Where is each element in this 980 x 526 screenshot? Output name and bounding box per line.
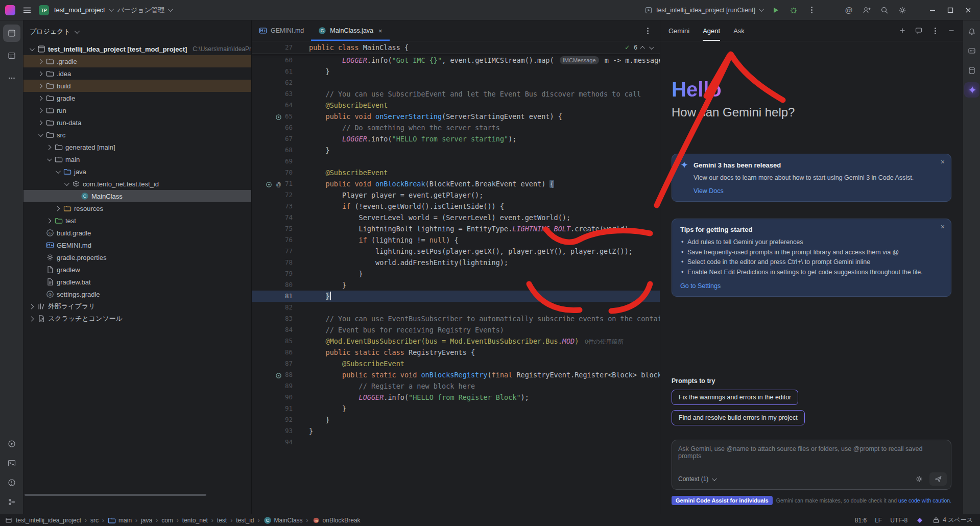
breadcrumb-item[interactable]: monBlockBreak: [312, 516, 361, 524]
search-icon[interactable]: [878, 4, 891, 17]
debug-button[interactable]: [787, 4, 800, 17]
close-tab-icon[interactable]: ×: [378, 27, 383, 35]
hide-panel-icon[interactable]: [946, 26, 957, 36]
project-selector[interactable]: test_mod_project: [54, 6, 112, 14]
settings-icon[interactable]: [896, 4, 909, 17]
chevron-right-icon[interactable]: [36, 119, 43, 126]
more-options-icon[interactable]: [930, 26, 940, 36]
gutter-icons[interactable]: @: [265, 180, 282, 188]
code-line[interactable]: 73 if (!event.getWorld().isClientSide())…: [252, 201, 660, 212]
code-line[interactable]: 80 }: [252, 279, 660, 291]
code-line[interactable]: 67 LOGGER.info("HELLO from server starti…: [252, 133, 660, 145]
maximize-icon[interactable]: [944, 4, 957, 17]
chevron-right-icon[interactable]: [36, 94, 43, 102]
code-line[interactable]: 81 }: [252, 291, 660, 302]
code-line[interactable]: 88 public static void onBlocksRegistry(f…: [252, 369, 660, 380]
chevron-down-icon[interactable]: [649, 44, 654, 50]
gemini-tool-icon[interactable]: [964, 82, 979, 98]
tree-item[interactable]: gradlew.bat: [23, 276, 251, 288]
inspections-widget[interactable]: ✓ 6: [625, 41, 653, 54]
code-line[interactable]: 77 lightning.setPos(player.getX(), playe…: [252, 246, 660, 257]
code-line[interactable]: 83 // You can use EventBusSubscriber to …: [252, 313, 660, 324]
chevron-right-icon[interactable]: [28, 303, 35, 310]
project-scrollbar[interactable]: [25, 494, 206, 496]
breadcrumb-item[interactable]: test: [217, 517, 227, 524]
code-line[interactable]: 93}: [252, 425, 660, 437]
gemini-tab-ask[interactable]: Ask: [733, 20, 745, 41]
breadcrumb-item[interactable]: CMainClass: [264, 516, 303, 524]
code-line[interactable]: 94: [252, 437, 660, 448]
chevron-right-icon[interactable]: [45, 217, 52, 224]
editor-options-icon[interactable]: [641, 25, 654, 37]
minimize-icon[interactable]: [926, 4, 939, 17]
status-utf-8[interactable]: UTF-8: [890, 517, 907, 524]
code-line[interactable]: 64 @SubscribeEvent: [252, 100, 660, 111]
gemini-prompt-field[interactable]: [678, 445, 945, 472]
tree-item[interactable]: generated [main]: [23, 141, 251, 153]
project-tool-icon[interactable]: [3, 25, 20, 42]
code-line[interactable]: 82: [252, 302, 660, 313]
go-to-settings-link[interactable]: Go to Settings: [680, 282, 721, 290]
ai-chat-tool-icon[interactable]: [964, 43, 979, 59]
code-line[interactable]: 86 public static class RegistryEvents {: [252, 347, 660, 358]
code-line[interactable]: 72 Player player = event.getPlayer();: [252, 189, 660, 201]
chevron-down-icon[interactable]: [62, 180, 69, 187]
chevron-up-icon[interactable]: [640, 45, 645, 51]
tree-item[interactable]: 外部ライブラリ: [23, 300, 251, 313]
chevron-down-icon[interactable]: [28, 45, 35, 53]
tab-MainClass.java[interactable]: CMainClass.java×: [311, 20, 389, 41]
tree-item[interactable]: gradlew: [23, 264, 251, 276]
version-control-tool-icon[interactable]: [3, 493, 20, 511]
chevron-right-icon[interactable]: [54, 205, 61, 212]
project-panel-header[interactable]: プロジェクト: [23, 20, 251, 43]
breadcrumb-item[interactable]: src: [90, 517, 99, 524]
tree-item[interactable]: run-data: [23, 116, 251, 129]
status-81-6[interactable]: 81:6: [855, 517, 867, 524]
breadcrumb-item[interactable]: com: [161, 517, 173, 524]
run-config-selector[interactable]: test_intellij_idea_project [runClient]: [644, 6, 762, 14]
code-area[interactable]: 27 public class MainClass { ✓ 6 60 LOGGE…: [252, 41, 660, 514]
notifications-tool-icon[interactable]: [964, 24, 979, 39]
tree-item[interactable]: com.tento_net.test.test_id: [23, 178, 251, 190]
tree-item[interactable]: src: [23, 129, 251, 141]
chat-history-icon[interactable]: [914, 26, 924, 36]
code-line[interactable]: 60 LOGGER.info("Got IMC {}", event.getIM…: [252, 55, 660, 66]
code-line[interactable]: 90 LOGGER.info("HELLO from Register Bloc…: [252, 392, 660, 403]
breadcrumb-item[interactable]: test_id: [236, 517, 254, 524]
code-line[interactable]: 70 @SubscribeEvent: [252, 167, 660, 178]
chevron-right-icon[interactable]: [36, 58, 43, 65]
at-mention-icon[interactable]: @: [842, 4, 855, 17]
gutter-icons[interactable]: [274, 113, 282, 121]
collaborate-icon[interactable]: [860, 4, 873, 17]
tree-item[interactable]: Gsettings.gradle: [23, 288, 251, 300]
tree-item[interactable]: .idea: [23, 67, 251, 80]
tree-item[interactable]: build: [23, 80, 251, 92]
status-gem[interactable]: [916, 516, 924, 524]
tree-item[interactable]: GEMINI.md: [23, 239, 251, 251]
prompt-suggestion-button[interactable]: Find and resolve build errors in my proj…: [672, 410, 805, 425]
code-line[interactable]: 66 // Do something when the server start…: [252, 122, 660, 133]
vcs-selector[interactable]: バージョン管理: [117, 6, 172, 15]
status-lf[interactable]: LF: [875, 517, 882, 524]
chevron-down-icon[interactable]: [54, 168, 61, 175]
gemini-tab-agent[interactable]: Agent: [703, 20, 720, 41]
code-line[interactable]: 84 // Event bus for receiving Registry E…: [252, 324, 660, 336]
tree-item[interactable]: gradle: [23, 92, 251, 104]
tree-item[interactable]: スクラッチとコンソール: [23, 313, 251, 325]
tree-item[interactable]: run: [23, 104, 251, 116]
gutter-icons[interactable]: [274, 371, 282, 379]
chevron-right-icon[interactable]: [36, 70, 43, 77]
code-line[interactable]: 87 @SubscribeEvent: [252, 358, 660, 369]
new-chat-icon[interactable]: [897, 26, 907, 36]
tree-item[interactable]: gradle.properties: [23, 251, 251, 264]
code-line[interactable]: 69: [252, 156, 660, 167]
code-line[interactable]: 68 }: [252, 145, 660, 156]
code-line[interactable]: 89 // Register a new block here: [252, 380, 660, 392]
code-line[interactable]: @71 public void onBlockBreak(BlockEvent.…: [252, 178, 660, 189]
chevron-down-icon[interactable]: [45, 156, 52, 163]
context-selector[interactable]: Context (1): [678, 475, 715, 483]
prompt-settings-icon[interactable]: [915, 475, 923, 483]
code-line[interactable]: 61 }: [252, 66, 660, 77]
code-line[interactable]: 76 if (lightning != null) {: [252, 234, 660, 246]
chevron-right-icon[interactable]: [36, 107, 43, 114]
